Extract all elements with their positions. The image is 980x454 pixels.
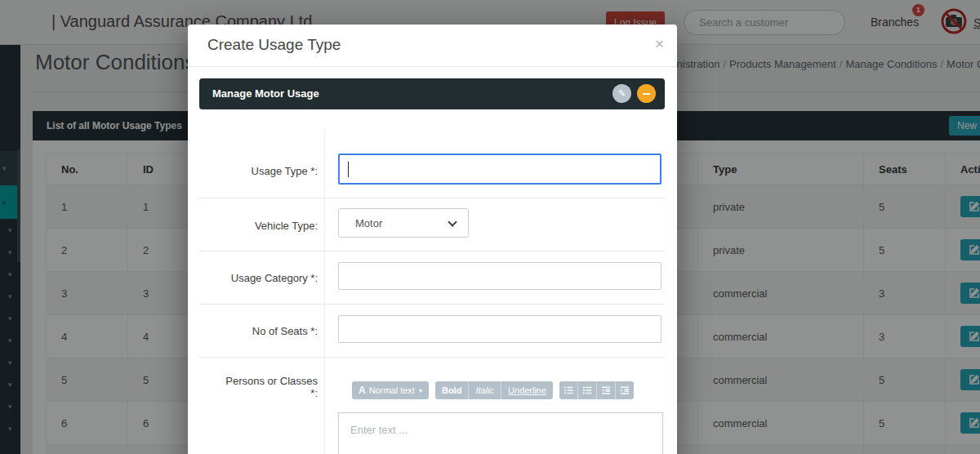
- persons-or-classes-label: Persons or Classes *:: [199, 375, 318, 399]
- modal-title: Create Usage Type: [207, 36, 341, 54]
- close-icon[interactable]: ×: [655, 35, 664, 53]
- vehicle-type-row: Vehicle Type: Motor: [199, 198, 665, 251]
- bold-button[interactable]: Bold: [435, 381, 469, 399]
- usage-category-row: Usage Category *:: [199, 251, 665, 305]
- usage-category-input-field[interactable]: [339, 263, 661, 289]
- usage-category-input[interactable]: [338, 262, 662, 290]
- italic-button[interactable]: Italic: [469, 381, 501, 399]
- unordered-list-button[interactable]: [559, 381, 578, 399]
- chevron-down-icon: ▾: [419, 387, 422, 394]
- usage-type-label: Usage Type *:: [199, 165, 318, 177]
- no-of-seats-row: No of Seats *:: [199, 305, 665, 358]
- outdent-icon: [601, 385, 611, 395]
- modal-header: Create Usage Type ×: [188, 24, 677, 67]
- manage-motor-usage-title: Manage Motor Usage: [212, 78, 319, 109]
- minus-icon: [643, 93, 650, 95]
- font-icon: A: [359, 385, 366, 396]
- text-style-group: Bold Italic Underline: [435, 381, 553, 399]
- unordered-list-icon: [564, 385, 573, 395]
- chevron-down-icon: [448, 217, 457, 226]
- editor-placeholder: Enter text ...: [350, 424, 408, 436]
- no-of-seats-input[interactable]: [338, 315, 662, 343]
- create-usage-type-modal: Create Usage Type × Manage Motor Usage ✎…: [188, 24, 677, 454]
- indent-icon: [620, 385, 630, 395]
- outdent-button[interactable]: [597, 381, 616, 399]
- pencil-icon: ✎: [618, 88, 626, 99]
- usage-type-row: Usage Type *:: [199, 128, 665, 198]
- list-group: [559, 381, 634, 399]
- vehicle-type-value: Motor: [355, 217, 382, 229]
- ordered-list-icon: [582, 385, 592, 395]
- ordered-list-button[interactable]: [578, 381, 597, 399]
- usage-type-input[interactable]: [338, 154, 662, 185]
- format-group: A Normal text ▾: [352, 381, 429, 399]
- indent-button[interactable]: [616, 381, 634, 399]
- persons-or-classes-row: Persons or Classes *: A Normal text ▾ Bo…: [199, 358, 665, 454]
- no-of-seats-input-field[interactable]: [339, 316, 661, 342]
- usage-type-form: Usage Type *: Vehicle Type: Motor Usage …: [199, 128, 665, 454]
- paragraph-format-button[interactable]: A Normal text ▾: [352, 381, 429, 399]
- edit-panel-button[interactable]: ✎: [612, 84, 631, 103]
- persons-or-classes-editor[interactable]: Enter text ...: [338, 412, 663, 454]
- collapse-panel-button[interactable]: [637, 84, 656, 103]
- text-cursor: [348, 162, 349, 177]
- underline-button[interactable]: Underline: [501, 381, 553, 399]
- richtext-toolbar: A Normal text ▾ Bold Italic Underline: [352, 381, 640, 399]
- vehicle-type-select[interactable]: Motor: [338, 208, 469, 238]
- manage-motor-usage-panel: Manage Motor Usage ✎: [199, 78, 665, 109]
- vehicle-type-label: Vehicle Type:: [199, 220, 318, 232]
- no-of-seats-label: No of Seats *:: [199, 325, 318, 337]
- usage-category-label: Usage Category *:: [199, 272, 318, 284]
